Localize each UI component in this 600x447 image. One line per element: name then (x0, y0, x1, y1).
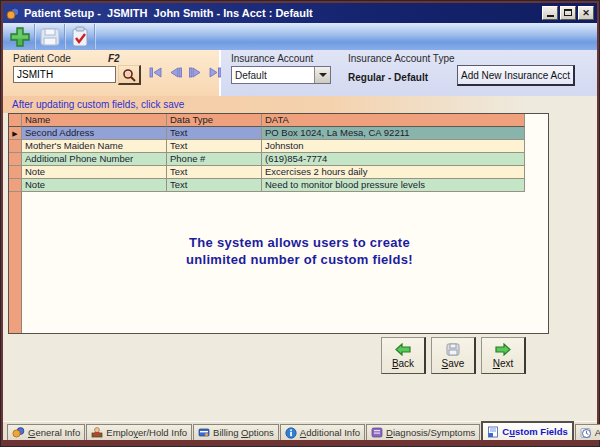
row-selector-cell[interactable] (9, 140, 22, 153)
row-selector-cell[interactable] (9, 153, 22, 166)
annotation-line2: unlimited number of custom fields! (49, 251, 549, 268)
first-record-icon[interactable] (149, 67, 162, 78)
insurance-account-label: Insurance Account (231, 53, 313, 64)
previous-record-icon[interactable] (169, 67, 182, 78)
diagnosis-icon (371, 427, 383, 438)
custom-fields-grid: Name Data Type DATA ▶ Second Address Tex… (8, 113, 549, 334)
tab-general-info[interactable]: General Info (7, 424, 85, 440)
table-row-cell-datatype[interactable]: Text (167, 127, 262, 140)
save-icon (39, 27, 61, 47)
verify-button[interactable] (65, 24, 95, 49)
minimize-button[interactable] (542, 6, 558, 20)
save-button[interactable]: Save (431, 337, 476, 374)
column-header-datatype[interactable]: Data Type (167, 114, 262, 127)
table-row-cell-datatype[interactable]: Text (167, 140, 262, 153)
table-row-cell-name[interactable]: Second Address (22, 127, 167, 140)
add-record-button[interactable] (5, 24, 35, 49)
patient-code-input[interactable] (13, 66, 116, 83)
people-icon (12, 427, 25, 438)
insurance-account-value: Default (232, 70, 314, 81)
patient-setup-window: Patient Setup - JSMITH John Smith - Ins … (3, 3, 597, 440)
row-selector-cell[interactable] (9, 179, 22, 192)
column-header-name[interactable]: Name (22, 114, 167, 127)
table-row-cell-datatype[interactable]: Text (167, 179, 262, 192)
custom-fields-icon (487, 426, 499, 438)
add-icon (9, 26, 31, 48)
message-bar: After updating custom fields, click save (3, 96, 597, 113)
next-record-icon[interactable] (189, 67, 202, 78)
annotation-line1: The system allows users to create (49, 234, 549, 251)
save-reminder-text: After updating custom fields, click save (12, 99, 184, 110)
table-row-cell-name[interactable]: Note (22, 166, 167, 179)
patient-code-label: Patient Code (13, 53, 71, 64)
parameter-panels: Patient Code F2 (3, 50, 597, 96)
insurance-type-value: Regular - Default (348, 72, 428, 83)
tab-diagnosis-symptoms[interactable]: Diagnosis/Symptoms (366, 424, 480, 440)
billing-icon (198, 427, 210, 438)
toolbar (3, 23, 597, 50)
save-record-button[interactable] (35, 24, 65, 49)
patient-code-panel: Patient Code F2 (3, 50, 221, 96)
table-row-cell-data[interactable]: Excercises 2 hours daily (262, 166, 525, 179)
table-row-cell-data[interactable]: (619)854-7774 (262, 153, 525, 166)
content-area: Name Data Type DATA ▶ Second Address Tex… (3, 113, 597, 421)
back-button[interactable]: Back (381, 337, 426, 374)
column-header-data[interactable]: DATA (262, 114, 525, 127)
save-floppy-icon (446, 343, 460, 356)
titlebar[interactable]: Patient Setup - JSMITH John Smith - Ins … (3, 3, 597, 23)
next-arrow-icon (495, 343, 511, 356)
patient-search-button[interactable] (118, 65, 141, 85)
info-icon (285, 427, 297, 439)
tab-additional-info[interactable]: Additional Info (280, 424, 365, 440)
insurance-type-label: Insurance Account Type (348, 53, 455, 64)
insurance-panel: Insurance Account Default Insurance Acco… (221, 50, 597, 96)
tab-employer-hold-info[interactable]: Employer/Hold Info (86, 424, 192, 440)
back-arrow-icon (395, 343, 411, 356)
record-navigator (149, 67, 222, 78)
window-title: Patient Setup - JSMITH John Smith - Ins … (24, 7, 542, 19)
window-frame: Patient Setup - JSMITH John Smith - Ins … (0, 0, 600, 447)
tab-billing-options[interactable]: Billing Options (193, 424, 279, 440)
row-selector-cell[interactable] (9, 166, 22, 179)
annotation-text: The system allows users to create unlimi… (9, 234, 549, 268)
dropdown-arrow-icon[interactable] (314, 67, 330, 83)
clipboard-check-icon (70, 26, 90, 48)
table-row-cell-datatype[interactable]: Phone # (167, 153, 262, 166)
table-row-cell-datatype[interactable]: Text (167, 166, 262, 179)
close-button[interactable]: ✕ (578, 6, 594, 20)
search-icon (122, 68, 136, 82)
insurance-account-select[interactable]: Default (231, 66, 331, 84)
f2-hotkey-label: F2 (108, 53, 120, 64)
selector-header-cell (9, 114, 22, 127)
table-row-cell-data[interactable]: Johnston (262, 140, 525, 153)
table-row-cell-data[interactable]: PO Box 1024, La Mesa, CA 92211 (262, 127, 525, 140)
maximize-button[interactable] (560, 6, 576, 20)
clock-icon (580, 427, 592, 439)
add-insurance-button[interactable]: Add New Insurance Acct (457, 65, 575, 86)
tab-custom-fields[interactable]: Custom Fields (481, 421, 573, 440)
row-selector-arrow-icon[interactable]: ▶ (9, 127, 22, 140)
bottom-tab-bar: General Info Employer/Hold Info Billing … (3, 421, 597, 440)
wizard-buttons: Back Save Next (381, 337, 526, 374)
table-row-cell-name[interactable]: Note (22, 179, 167, 192)
table-row-cell-name[interactable]: Mother's Maiden Name (22, 140, 167, 153)
tab-appointments[interactable]: Appointments (575, 424, 600, 440)
app-icon (6, 7, 20, 20)
next-button[interactable]: Next (481, 337, 526, 374)
table-row-cell-name[interactable]: Additional Phone Number (22, 153, 167, 166)
employer-icon (91, 427, 103, 438)
table-row-cell-data[interactable]: Need to monitor blood pressure levels (262, 179, 525, 192)
